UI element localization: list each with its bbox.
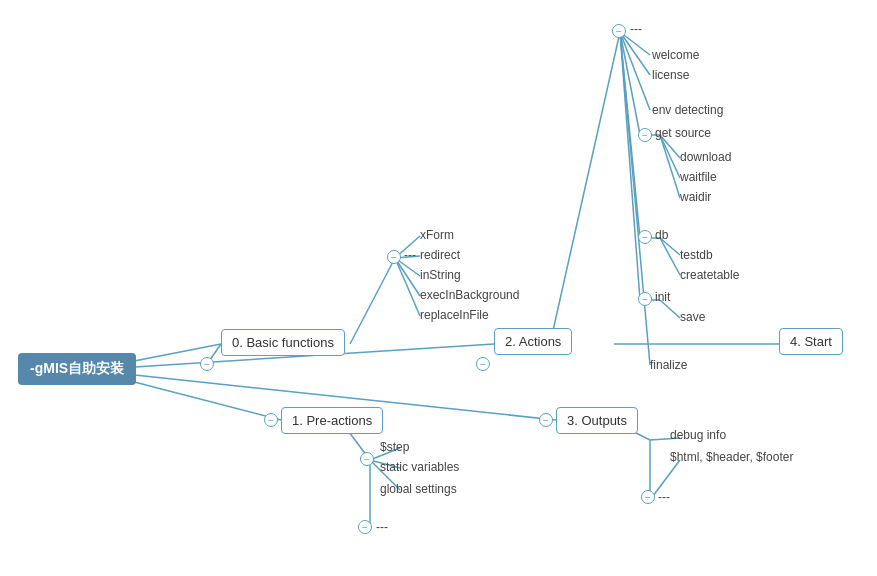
leaf-step: $step: [380, 440, 409, 454]
leaf-init: init: [655, 290, 670, 304]
leaf-db: db: [655, 228, 668, 242]
leaf-static-variables: static variables: [380, 460, 459, 474]
leaf-global-settings: global settings: [380, 482, 457, 496]
leaf-env-detecting: env detecting: [652, 103, 723, 117]
svg-line-31: [620, 32, 640, 238]
leaf-execinbackground: execInBackground: [420, 288, 519, 302]
leaf-replaceinfile: replaceInFile: [420, 308, 489, 322]
svg-line-29: [660, 135, 680, 178]
svg-line-11: [350, 258, 395, 344]
outputs-collapsed-label: ---: [658, 490, 670, 504]
svg-line-35: [620, 32, 640, 300]
svg-line-38: [620, 32, 650, 365]
svg-line-16: [395, 258, 420, 316]
svg-line-22: [550, 32, 620, 344]
pre-actions-collapsed-label: ---: [376, 520, 388, 534]
leaf-download: download: [680, 150, 731, 164]
get-source-circle: −: [638, 128, 652, 142]
pre-actions-collapsed-circle: −: [358, 520, 372, 534]
basic-collapsed-circle: −: [387, 250, 401, 264]
leaf-welcome: welcome: [652, 48, 699, 62]
outputs-circle: −: [539, 413, 553, 427]
leaf-waidir: waidir: [680, 190, 711, 204]
pre-actions-sub-circle: −: [360, 452, 374, 466]
leaf-save: save: [680, 310, 705, 324]
leaf-debug-info: debug info: [670, 428, 726, 442]
svg-line-25: [620, 32, 650, 110]
leaf-waitfile: waitfile: [680, 170, 717, 184]
basic-functions-circle: −: [200, 357, 214, 371]
db-circle: −: [638, 230, 652, 244]
leaf-license: license: [652, 68, 689, 82]
leaf-instring: inString: [420, 268, 461, 282]
leaf-finalize: finalize: [650, 358, 687, 372]
leaf-testdb: testdb: [680, 248, 713, 262]
svg-line-1: [118, 375, 281, 420]
root-node: -gMIS自助安装: [18, 353, 136, 385]
actions-node: 2. Actions: [494, 328, 572, 355]
svg-line-34: [660, 238, 680, 275]
pre-actions-circle: −: [264, 413, 278, 427]
leaf-createtable: createtable: [680, 268, 739, 282]
leaf-xform: xForm: [420, 228, 454, 242]
svg-line-30: [660, 135, 680, 198]
leaf-redirect: redirect: [420, 248, 460, 262]
pre-actions-node: 1. Pre-actions: [281, 407, 383, 434]
actions-top-label: ---: [630, 22, 642, 36]
leaf-html-header-footer: $html, $header, $footer: [670, 450, 793, 464]
actions-circle: −: [476, 357, 490, 371]
actions-top-circle: −: [612, 24, 626, 38]
basic-collapsed-label: ---: [404, 248, 416, 262]
outputs-node: 3. Outputs: [556, 407, 638, 434]
svg-line-24: [620, 32, 650, 75]
svg-line-26: [620, 32, 640, 135]
leaf-get-source: get source: [655, 126, 711, 140]
start-node: 4. Start: [779, 328, 843, 355]
outputs-sub-circle: −: [641, 490, 655, 504]
init-circle: −: [638, 292, 652, 306]
basic-functions-node: 0. Basic functions: [221, 329, 345, 356]
svg-line-15: [395, 258, 420, 296]
